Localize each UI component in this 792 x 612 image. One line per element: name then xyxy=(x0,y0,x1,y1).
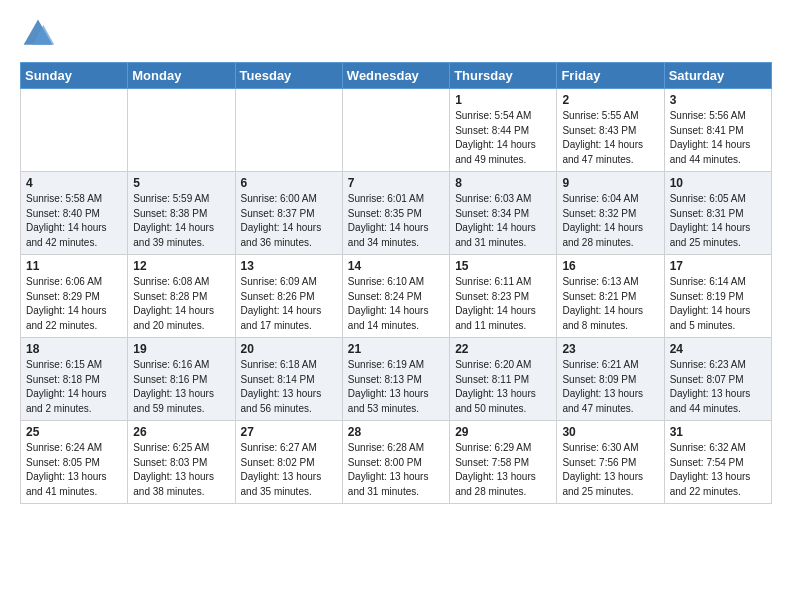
day-number: 19 xyxy=(133,342,229,356)
day-number: 10 xyxy=(670,176,766,190)
day-info: Sunrise: 6:05 AM Sunset: 8:31 PM Dayligh… xyxy=(670,192,766,250)
day-cell: 14Sunrise: 6:10 AM Sunset: 8:24 PM Dayli… xyxy=(342,255,449,338)
day-number: 11 xyxy=(26,259,122,273)
day-info: Sunrise: 6:29 AM Sunset: 7:58 PM Dayligh… xyxy=(455,441,551,499)
day-number: 20 xyxy=(241,342,337,356)
day-info: Sunrise: 6:15 AM Sunset: 8:18 PM Dayligh… xyxy=(26,358,122,416)
day-info: Sunrise: 6:08 AM Sunset: 8:28 PM Dayligh… xyxy=(133,275,229,333)
day-number: 29 xyxy=(455,425,551,439)
day-cell xyxy=(342,89,449,172)
day-cell xyxy=(128,89,235,172)
day-number: 4 xyxy=(26,176,122,190)
day-info: Sunrise: 6:27 AM Sunset: 8:02 PM Dayligh… xyxy=(241,441,337,499)
day-number: 28 xyxy=(348,425,444,439)
day-cell xyxy=(21,89,128,172)
day-info: Sunrise: 6:00 AM Sunset: 8:37 PM Dayligh… xyxy=(241,192,337,250)
day-info: Sunrise: 6:30 AM Sunset: 7:56 PM Dayligh… xyxy=(562,441,658,499)
page: SundayMondayTuesdayWednesdayThursdayFrid… xyxy=(0,0,792,520)
day-number: 5 xyxy=(133,176,229,190)
day-number: 18 xyxy=(26,342,122,356)
day-info: Sunrise: 6:28 AM Sunset: 8:00 PM Dayligh… xyxy=(348,441,444,499)
day-info: Sunrise: 6:11 AM Sunset: 8:23 PM Dayligh… xyxy=(455,275,551,333)
day-info: Sunrise: 6:03 AM Sunset: 8:34 PM Dayligh… xyxy=(455,192,551,250)
day-cell: 23Sunrise: 6:21 AM Sunset: 8:09 PM Dayli… xyxy=(557,338,664,421)
day-cell: 21Sunrise: 6:19 AM Sunset: 8:13 PM Dayli… xyxy=(342,338,449,421)
weekday-wednesday: Wednesday xyxy=(342,63,449,89)
day-info: Sunrise: 6:23 AM Sunset: 8:07 PM Dayligh… xyxy=(670,358,766,416)
day-cell: 12Sunrise: 6:08 AM Sunset: 8:28 PM Dayli… xyxy=(128,255,235,338)
day-cell: 1Sunrise: 5:54 AM Sunset: 8:44 PM Daylig… xyxy=(450,89,557,172)
day-cell: 18Sunrise: 6:15 AM Sunset: 8:18 PM Dayli… xyxy=(21,338,128,421)
day-info: Sunrise: 6:32 AM Sunset: 7:54 PM Dayligh… xyxy=(670,441,766,499)
day-number: 27 xyxy=(241,425,337,439)
day-cell: 8Sunrise: 6:03 AM Sunset: 8:34 PM Daylig… xyxy=(450,172,557,255)
weekday-monday: Monday xyxy=(128,63,235,89)
day-number: 12 xyxy=(133,259,229,273)
day-info: Sunrise: 6:16 AM Sunset: 8:16 PM Dayligh… xyxy=(133,358,229,416)
logo xyxy=(20,16,60,52)
day-info: Sunrise: 5:59 AM Sunset: 8:38 PM Dayligh… xyxy=(133,192,229,250)
day-cell: 27Sunrise: 6:27 AM Sunset: 8:02 PM Dayli… xyxy=(235,421,342,504)
logo-icon xyxy=(20,16,56,52)
week-row-1: 1Sunrise: 5:54 AM Sunset: 8:44 PM Daylig… xyxy=(21,89,772,172)
weekday-friday: Friday xyxy=(557,63,664,89)
weekday-header-row: SundayMondayTuesdayWednesdayThursdayFrid… xyxy=(21,63,772,89)
day-info: Sunrise: 6:24 AM Sunset: 8:05 PM Dayligh… xyxy=(26,441,122,499)
day-cell: 6Sunrise: 6:00 AM Sunset: 8:37 PM Daylig… xyxy=(235,172,342,255)
header xyxy=(20,16,772,52)
day-cell: 26Sunrise: 6:25 AM Sunset: 8:03 PM Dayli… xyxy=(128,421,235,504)
day-cell: 30Sunrise: 6:30 AM Sunset: 7:56 PM Dayli… xyxy=(557,421,664,504)
day-cell: 13Sunrise: 6:09 AM Sunset: 8:26 PM Dayli… xyxy=(235,255,342,338)
day-number: 7 xyxy=(348,176,444,190)
day-cell: 9Sunrise: 6:04 AM Sunset: 8:32 PM Daylig… xyxy=(557,172,664,255)
day-cell: 11Sunrise: 6:06 AM Sunset: 8:29 PM Dayli… xyxy=(21,255,128,338)
day-number: 16 xyxy=(562,259,658,273)
week-row-2: 4Sunrise: 5:58 AM Sunset: 8:40 PM Daylig… xyxy=(21,172,772,255)
day-info: Sunrise: 6:13 AM Sunset: 8:21 PM Dayligh… xyxy=(562,275,658,333)
day-number: 1 xyxy=(455,93,551,107)
day-cell: 19Sunrise: 6:16 AM Sunset: 8:16 PM Dayli… xyxy=(128,338,235,421)
day-cell: 20Sunrise: 6:18 AM Sunset: 8:14 PM Dayli… xyxy=(235,338,342,421)
day-number: 15 xyxy=(455,259,551,273)
day-cell: 3Sunrise: 5:56 AM Sunset: 8:41 PM Daylig… xyxy=(664,89,771,172)
day-cell: 24Sunrise: 6:23 AM Sunset: 8:07 PM Dayli… xyxy=(664,338,771,421)
day-number: 8 xyxy=(455,176,551,190)
day-number: 21 xyxy=(348,342,444,356)
day-cell: 17Sunrise: 6:14 AM Sunset: 8:19 PM Dayli… xyxy=(664,255,771,338)
day-info: Sunrise: 6:14 AM Sunset: 8:19 PM Dayligh… xyxy=(670,275,766,333)
weekday-sunday: Sunday xyxy=(21,63,128,89)
calendar-table: SundayMondayTuesdayWednesdayThursdayFrid… xyxy=(20,62,772,504)
day-cell: 7Sunrise: 6:01 AM Sunset: 8:35 PM Daylig… xyxy=(342,172,449,255)
day-info: Sunrise: 6:18 AM Sunset: 8:14 PM Dayligh… xyxy=(241,358,337,416)
day-info: Sunrise: 6:09 AM Sunset: 8:26 PM Dayligh… xyxy=(241,275,337,333)
weekday-thursday: Thursday xyxy=(450,63,557,89)
day-info: Sunrise: 6:19 AM Sunset: 8:13 PM Dayligh… xyxy=(348,358,444,416)
day-number: 17 xyxy=(670,259,766,273)
day-number: 25 xyxy=(26,425,122,439)
day-number: 23 xyxy=(562,342,658,356)
day-cell: 5Sunrise: 5:59 AM Sunset: 8:38 PM Daylig… xyxy=(128,172,235,255)
day-cell: 15Sunrise: 6:11 AM Sunset: 8:23 PM Dayli… xyxy=(450,255,557,338)
day-number: 30 xyxy=(562,425,658,439)
weekday-saturday: Saturday xyxy=(664,63,771,89)
week-row-4: 18Sunrise: 6:15 AM Sunset: 8:18 PM Dayli… xyxy=(21,338,772,421)
day-cell: 28Sunrise: 6:28 AM Sunset: 8:00 PM Dayli… xyxy=(342,421,449,504)
day-cell: 10Sunrise: 6:05 AM Sunset: 8:31 PM Dayli… xyxy=(664,172,771,255)
day-info: Sunrise: 5:55 AM Sunset: 8:43 PM Dayligh… xyxy=(562,109,658,167)
day-cell: 2Sunrise: 5:55 AM Sunset: 8:43 PM Daylig… xyxy=(557,89,664,172)
day-info: Sunrise: 6:01 AM Sunset: 8:35 PM Dayligh… xyxy=(348,192,444,250)
day-info: Sunrise: 6:21 AM Sunset: 8:09 PM Dayligh… xyxy=(562,358,658,416)
day-number: 2 xyxy=(562,93,658,107)
week-row-3: 11Sunrise: 6:06 AM Sunset: 8:29 PM Dayli… xyxy=(21,255,772,338)
day-info: Sunrise: 6:25 AM Sunset: 8:03 PM Dayligh… xyxy=(133,441,229,499)
day-number: 22 xyxy=(455,342,551,356)
day-cell: 29Sunrise: 6:29 AM Sunset: 7:58 PM Dayli… xyxy=(450,421,557,504)
week-row-5: 25Sunrise: 6:24 AM Sunset: 8:05 PM Dayli… xyxy=(21,421,772,504)
day-number: 31 xyxy=(670,425,766,439)
weekday-tuesday: Tuesday xyxy=(235,63,342,89)
day-number: 24 xyxy=(670,342,766,356)
day-number: 3 xyxy=(670,93,766,107)
day-cell: 16Sunrise: 6:13 AM Sunset: 8:21 PM Dayli… xyxy=(557,255,664,338)
day-info: Sunrise: 6:20 AM Sunset: 8:11 PM Dayligh… xyxy=(455,358,551,416)
day-info: Sunrise: 5:58 AM Sunset: 8:40 PM Dayligh… xyxy=(26,192,122,250)
